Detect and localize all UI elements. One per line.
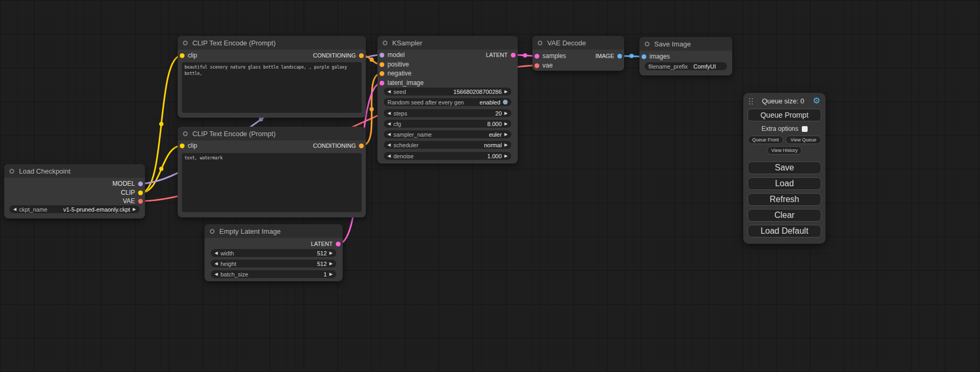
settings-gear-icon[interactable]: ⚙ [813,97,820,105]
decrement-arrow-icon[interactable]: ◀ [215,262,218,266]
node-title-bar[interactable]: CLIP Text Encode (Prompt) [178,36,366,50]
input-port-positive[interactable]: positive [380,61,409,68]
conditioning-port-icon[interactable] [359,144,364,148]
latent-port-icon[interactable] [380,81,384,85]
clip-port-icon[interactable] [180,53,185,58]
node-load-checkpoint[interactable]: Load Checkpoint MODEL CLIP VAE ◀ ckpt_na… [4,164,145,218]
node-ksampler[interactable]: KSampler model positive negative latent_… [377,36,518,164]
output-port-clip[interactable]: CLIP [121,189,143,196]
node-title-bar[interactable]: KSampler [377,36,518,50]
output-port-vae[interactable]: VAE [123,197,143,205]
input-port-negative[interactable]: negative [380,70,411,77]
clear-button[interactable]: Clear [748,209,821,222]
increment-arrow-icon[interactable]: ▶ [329,272,333,276]
widget-ckpt-name[interactable]: ◀ ckpt_name v1-5-pruned-emaonly.ckpt ▶ [9,205,140,213]
vae-port-icon[interactable] [535,63,539,68]
increment-arrow-icon[interactable]: ▶ [133,207,136,212]
widget-seed[interactable]: ◀ seed 156680208700286 ▶ [384,88,511,96]
input-port-clip[interactable]: clip [180,52,197,59]
prompt-textarea[interactable]: beautiful scenery nature glass bottle la… [182,62,362,113]
image-port-icon[interactable] [617,54,622,59]
node-clip-text-encode-negative[interactable]: CLIP Text Encode (Prompt) clip CONDITION… [178,127,366,217]
model-port-icon[interactable] [380,53,384,58]
view-history-button[interactable]: View History [767,146,802,155]
latent-port-icon[interactable] [535,54,539,59]
decrement-arrow-icon[interactable]: ◀ [13,207,16,212]
model-port-icon[interactable] [138,182,143,186]
output-port-latent[interactable]: LATENT [311,240,341,247]
increment-arrow-icon[interactable]: ▶ [504,122,508,126]
output-port-image[interactable]: IMAGE [596,52,622,60]
widget-cfg[interactable]: ◀ cfg 8.000 ▶ [384,120,511,128]
widget-sampler-name[interactable]: ◀ sampler_name euler ▶ [384,130,511,138]
collapse-dot-icon[interactable] [210,229,215,234]
decrement-arrow-icon[interactable]: ◀ [215,272,218,276]
queue-prompt-button[interactable]: Queue Prompt [748,109,821,121]
refresh-button[interactable]: Refresh [748,193,821,206]
prompt-textarea[interactable]: text, watermark [182,153,362,212]
image-port-icon[interactable] [642,54,646,59]
node-clip-text-encode-positive[interactable]: CLIP Text Encode (Prompt) clip CONDITION… [178,36,366,118]
output-port-conditioning[interactable]: CONDITIONING [313,52,364,59]
drag-handle-icon[interactable] [749,98,753,104]
widget-steps[interactable]: ◀ steps 20 ▶ [384,109,511,117]
decrement-arrow-icon[interactable]: ◀ [387,132,391,137]
node-vae-decode[interactable]: VAE Decode samples vae IMAGE [532,36,624,71]
decrement-arrow-icon[interactable]: ◀ [387,111,391,116]
output-port-conditioning[interactable]: CONDITIONING [313,142,364,149]
collapse-dot-icon[interactable] [183,41,188,45]
decrement-arrow-icon[interactable]: ◀ [387,154,391,158]
widget-random-seed-toggle[interactable]: Random seed after every gen enabled [384,98,511,106]
node-title-bar[interactable]: VAE Decode [532,36,624,50]
queue-front-button[interactable]: Queue Front [748,136,783,144]
widget-height[interactable]: ◀ height 512 ▶ [211,260,336,268]
increment-arrow-icon[interactable]: ▶ [329,262,333,266]
collapse-dot-icon[interactable] [538,41,542,45]
input-port-images[interactable]: images [642,53,670,60]
output-port-latent[interactable]: LATENT [486,51,516,59]
conditioning-port-icon[interactable] [380,71,384,76]
input-port-latent-image[interactable]: latent_image [380,79,424,87]
toggle-dot-icon[interactable] [503,100,508,104]
input-port-model[interactable]: model [380,51,405,59]
node-title-bar[interactable]: CLIP Text Encode (Prompt) [178,127,366,140]
conditioning-port-icon[interactable] [380,62,384,67]
clip-port-icon[interactable] [138,190,143,195]
node-empty-latent-image[interactable]: Empty Latent Image LATENT ◀ width 512 ▶ … [205,224,343,281]
widget-filename-prefix[interactable]: filename_prefix ComfyUI [645,62,727,70]
collapse-dot-icon[interactable] [645,42,649,46]
clip-port-icon[interactable] [180,144,185,148]
conditioning-port-icon[interactable] [359,53,364,58]
node-title-bar[interactable]: Load Checkpoint [4,164,145,178]
decrement-arrow-icon[interactable]: ◀ [387,143,391,147]
latent-port-icon[interactable] [511,53,516,58]
latent-port-icon[interactable] [336,242,341,246]
collapse-dot-icon[interactable] [9,169,14,174]
input-port-vae[interactable]: vae [535,62,552,69]
increment-arrow-icon[interactable]: ▶ [504,143,508,147]
load-default-button[interactable]: Load Default [748,225,821,237]
input-port-clip[interactable]: clip [180,142,197,149]
node-title-bar[interactable]: Save Image [639,37,732,51]
increment-arrow-icon[interactable]: ▶ [504,132,508,137]
node-save-image[interactable]: Save Image images filename_prefix ComfyU… [639,37,732,75]
load-button[interactable]: Load [748,177,821,190]
increment-arrow-icon[interactable]: ▶ [504,154,508,158]
decrement-arrow-icon[interactable]: ◀ [387,90,391,94]
collapse-dot-icon[interactable] [383,41,387,45]
widget-width[interactable]: ◀ width 512 ▶ [211,249,336,257]
view-queue-button[interactable]: View Queue [785,136,821,144]
decrement-arrow-icon[interactable]: ◀ [387,122,391,126]
save-button[interactable]: Save [748,161,821,174]
extra-options-checkbox[interactable] [802,126,808,132]
increment-arrow-icon[interactable]: ▶ [329,251,333,255]
widget-denoise[interactable]: ◀ denoise 1.000 ▶ [384,152,511,160]
vae-port-icon[interactable] [138,199,143,204]
widget-batch-size[interactable]: ◀ batch_size 1 ▶ [211,270,336,278]
input-port-samples[interactable]: samples [535,52,566,60]
widget-scheduler[interactable]: ◀ scheduler normal ▶ [384,141,511,149]
comfyui-canvas[interactable]: { "icons": { "arrow_left": "◀", "arrow_r… [0,0,980,372]
collapse-dot-icon[interactable] [183,131,188,136]
increment-arrow-icon[interactable]: ▶ [504,111,508,116]
output-port-model[interactable]: MODEL [112,180,143,187]
